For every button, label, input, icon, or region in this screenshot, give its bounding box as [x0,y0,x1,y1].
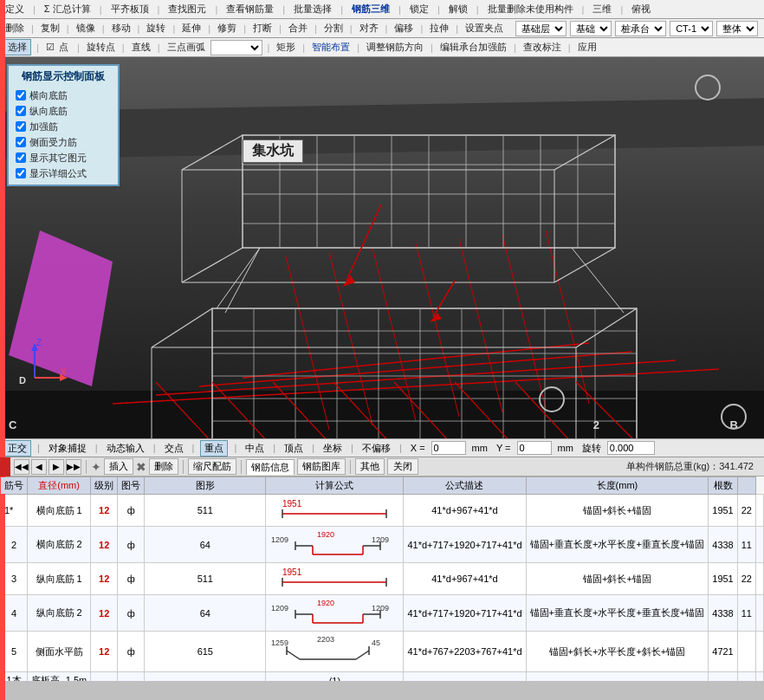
btn-rotate[interactable]: 旋转 [145,22,167,35]
btn-insert[interactable]: 插入 [104,458,133,475]
table-row-partial[interactable]: 1本 底板高 -1.5m (1) [1,672,764,682]
chk-show-other[interactable]: 显示其它图元 [16,150,111,165]
total-weight-label: 单构件钢筋总重(kg)：341.472 [626,460,761,473]
btn-break[interactable]: 打断 [251,22,274,35]
btn-check-mark[interactable]: 查改标注 [521,41,563,54]
nav-last[interactable]: ▶▶ [66,459,81,475]
t2-div4: | [136,23,142,34]
chk-jia-qiang-input[interactable] [16,121,26,132]
cell-grade: ф [118,563,145,595]
status-midpoint[interactable]: 重点 [200,440,228,457]
menu-flush-top[interactable]: 平齐板顶 [109,3,151,16]
menu-rebar-3d[interactable]: 钢筋三维 [350,3,392,16]
status-object-snap[interactable]: 对象捕捉 [46,442,89,455]
btn-arc[interactable]: 三点画弧 [165,41,207,54]
menu-find-element[interactable]: 查找图元 [166,3,208,16]
btn-delete[interactable]: 删除 [3,22,26,35]
btn-copy[interactable]: 复制 [39,22,62,35]
btn-offset[interactable]: 偏移 [392,22,415,35]
btn-trim[interactable]: 修剪 [216,22,238,35]
table-row[interactable]: 2 横向底筋 2 12 ф 64 1209 1920 1209 [1,527,764,563]
btn-split[interactable]: 分割 [322,22,345,35]
col-header-formula: 计算公式 [266,477,404,495]
nav-first[interactable]: ◀◀ [14,459,29,475]
chk-ce-mian-input[interactable] [16,137,26,147]
btn-set-grip[interactable]: 设置夹点 [463,22,505,35]
menu-unlock[interactable]: 解锁 [447,3,469,16]
cell-name-partial: 底板高 -1.5m [28,672,91,682]
menu-define[interactable]: 定义 [3,3,26,16]
select-layer[interactable]: 基础层 [515,21,567,36]
btn-extend[interactable]: 延伸 [180,22,203,35]
btn-line[interactable]: 直线 [130,41,152,54]
menu-batch-select[interactable]: 批量选择 [292,3,333,16]
status-no-offset[interactable]: 不偏移 [359,442,393,455]
btn-other[interactable]: 其他 [355,458,385,475]
chk-ce-mian-label: 侧面受力筋 [29,134,77,150]
select-pile-cap[interactable]: 桩承台 [615,21,666,36]
menu-top-view[interactable]: 俯视 [630,3,652,16]
btn-delete-rebar[interactable]: 删除 [149,458,178,475]
svg-text:1951: 1951 [282,567,302,577]
table-row[interactable]: 1* 横向底筋 1 12 ф 511 1951 [1,495,764,527]
status-x-label: X = [408,443,428,453]
menu-batch-delete[interactable]: 批量删除未使用构件 [486,3,575,16]
select-element-id[interactable]: CT-1 [670,21,713,36]
status-coord[interactable]: 坐标 [320,442,345,455]
select-foundation[interactable]: 基础 [570,21,612,36]
btn-mirror[interactable]: 镜像 [74,22,97,35]
viewport-3d[interactable]: 钢筋显示控制面板 横向底筋 纵向底筋 加强筋 侧面受力筋 显示其它图元 显示详细… [0,57,764,438]
toolbar-divider-3: | [156,4,162,15]
btn-move[interactable]: 移动 [110,22,133,35]
chk-zong-xiang[interactable]: 纵向底筋 [16,103,111,119]
status-dynamic-input[interactable]: 动态输入 [104,442,147,455]
btn-edit-cap-rebar[interactable]: 编辑承台加强筋 [438,41,508,54]
table-row[interactable]: 3 纵向底筋 1 12 ф 511 1951 41*d+967+41*d [1,563,764,595]
menu-sum-calculate[interactable]: Σ 汇总计算 [42,3,93,16]
svg-line-55 [225,248,260,313]
table-row[interactable]: 5 侧面水平筋 12 ф 615 1259 2203 45 [1,632,764,672]
chk-ce-mian[interactable]: 侧面受力筋 [16,134,111,150]
status-intersection[interactable]: 交点 [162,442,186,455]
table-row[interactable]: 4 纵向底筋 2 12 ф 64 1209 1920 1209 [1,595,764,632]
status-sep5: | [231,443,239,453]
chk-heng-xiang-input[interactable] [16,90,26,100]
chk-jia-qiang[interactable]: 加强筋 [16,119,111,134]
select-scope[interactable]: 整体 [716,21,758,36]
cell-shape-partial: (1) [266,672,404,682]
chk-show-formula-input[interactable] [16,168,26,178]
nav-next[interactable]: ▶ [49,459,64,475]
btn-rotate-point[interactable]: 旋转点 [85,41,117,54]
btn-smart-layout[interactable]: 智能布置 [310,41,352,54]
btn-align[interactable]: 对齐 [358,22,380,35]
btn-apply[interactable]: 应用 [576,41,599,54]
menu-view-rebar[interactable]: 查看钢筋量 [224,3,275,16]
select-arc-type[interactable] [210,40,262,55]
menu-lock[interactable]: 锁定 [408,3,431,16]
btn-close[interactable]: 关闭 [387,458,418,475]
status-x-input[interactable] [431,441,466,455]
status-rotate-input[interactable] [607,441,655,455]
btn-scale-rebar[interactable]: 缩尺配筋 [188,458,236,475]
chk-show-other-input[interactable] [16,152,26,163]
btn-rectangle[interactable]: 矩形 [275,41,297,54]
nav-prev[interactable]: ◀ [31,459,47,475]
status-ortho[interactable]: 正交 [3,440,31,457]
btn-adjust-direction[interactable]: 调整钢筋方向 [365,41,425,54]
rebar-table-container[interactable]: 筋号 直径(mm) 级别 图号 图形 计算公式 公式描述 长度(mm) 根数 [0,476,764,681]
status-y-input[interactable] [517,441,552,455]
menu-3d[interactable]: 三维 [591,3,613,16]
cell-count: 11 [737,527,755,563]
btn-rebar-info[interactable]: 钢筋信息 [246,459,295,475]
btn-stretch[interactable]: 拉伸 [428,22,450,35]
chk-heng-xiang[interactable]: 横向底筋 [16,88,111,103]
btn-rebar-diagram[interactable]: 钢筋图库 [297,458,346,475]
status-center[interactable]: 中点 [243,442,267,455]
chk-point[interactable]: ☑ 点 [44,41,72,54]
chk-show-formula[interactable]: 显示详细公式 [16,165,111,181]
btn-select[interactable]: 选择 [3,39,31,55]
status-vertex[interactable]: 顶点 [282,442,306,455]
rebar-toolbar: ◀◀ ◀ ▶ ▶▶ ✦ 插入 ✖ 删除 缩尺配筋 钢筋信息 钢筋图库 其他 关闭… [0,457,764,476]
chk-zong-xiang-input[interactable] [16,106,26,116]
btn-merge[interactable]: 合并 [287,22,309,35]
